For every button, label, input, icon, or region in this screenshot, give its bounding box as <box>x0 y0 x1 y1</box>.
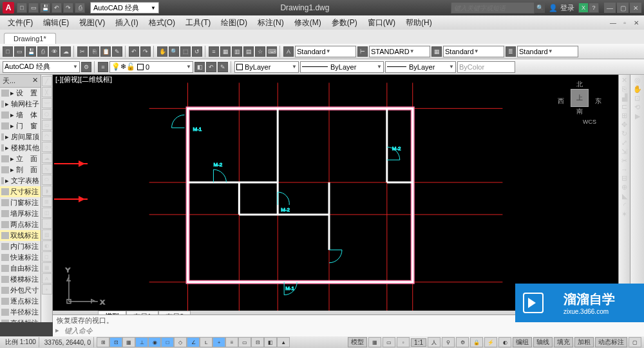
workspace-selector[interactable]: AutoCAD 经典 ▼ <box>90 2 159 14</box>
mdi-min-icon[interactable]: — <box>608 18 618 27</box>
calc-icon[interactable]: ⌨ <box>267 46 277 57</box>
qv-dwg-icon[interactable]: ▫ <box>397 337 410 347</box>
trim-icon[interactable]: ✂ <box>621 157 627 165</box>
hatch-icon[interactable]: ▨ <box>42 229 52 240</box>
polyline-icon[interactable]: 〰 <box>42 98 52 108</box>
explode-icon[interactable]: ✶ <box>621 210 627 218</box>
exchange-icon[interactable]: X <box>578 3 589 13</box>
viewcube-west[interactable]: 西 <box>558 97 564 106</box>
array-icon[interactable]: ⊞ <box>621 111 627 120</box>
circle-icon[interactable]: ○ <box>42 142 52 152</box>
undo-icon[interactable]: ↶ <box>52 3 62 13</box>
showmotion-icon[interactable]: ▶ <box>635 112 640 121</box>
search-icon[interactable]: 🔍 <box>535 3 545 13</box>
palette-item[interactable]: 双线标注 <box>0 230 41 241</box>
qp-icon[interactable]: ⊟ <box>251 337 264 347</box>
arc-icon[interactable]: ◠ <box>42 131 52 141</box>
linetype-combo[interactable]: ByLayer▼ <box>300 61 384 73</box>
redo-icon[interactable]: ↷ <box>140 46 151 57</box>
preview-icon[interactable]: 👁 <box>49 46 59 57</box>
palette-item[interactable]: 自由标注 <box>0 263 41 274</box>
menu-file[interactable]: 文件(F) <box>3 16 38 30</box>
viewcube-top[interactable]: 上 <box>571 89 589 107</box>
markup-icon[interactable]: ☆ <box>255 46 265 57</box>
lock-ui-icon[interactable]: 🔒 <box>470 337 483 347</box>
anno-scale[interactable]: 1:1 <box>411 338 426 347</box>
offset-icon[interactable]: ⊏ <box>621 102 627 111</box>
properties-icon[interactable]: ≡ <box>209 46 219 57</box>
palette-item[interactable]: ▸ 墙 体 <box>0 110 41 121</box>
menu-window[interactable]: 窗口(W) <box>363 16 401 30</box>
region-icon[interactable]: ◻ <box>42 251 52 262</box>
qv-layout-icon[interactable]: ▭ <box>383 337 395 347</box>
point-icon[interactable]: · <box>42 218 52 229</box>
zoom-prev-icon[interactable]: ↺ <box>192 46 202 57</box>
steering-icon[interactable]: ◎ <box>634 76 641 84</box>
save-icon[interactable]: 💾 <box>40 3 50 13</box>
palette-header[interactable]: 天...✕ <box>0 75 41 88</box>
new-icon[interactable]: □ <box>17 3 27 13</box>
isolate-icon[interactable]: ◐ <box>498 337 511 347</box>
mdi-restore-icon[interactable]: ▫ <box>620 18 630 27</box>
copy-obj-icon[interactable]: ⎘ <box>622 85 627 93</box>
close-button[interactable]: ✕ <box>630 3 641 13</box>
scale-label[interactable]: 比例 1:100 <box>3 337 39 347</box>
menu-modify[interactable]: 修改(M) <box>289 16 327 30</box>
cut-icon[interactable]: ✂ <box>77 46 88 57</box>
zoom-icon[interactable]: 🔍 <box>169 46 179 57</box>
grid-icon[interactable]: ▦ <box>122 337 135 347</box>
ortho-icon[interactable]: ⊥ <box>135 337 148 347</box>
layer-props-icon[interactable]: ≡ <box>98 62 108 72</box>
status-axis[interactable]: 轴线 <box>533 337 553 347</box>
lineweight-combo[interactable]: ByLayer▼ <box>385 61 456 73</box>
grid-disp-icon[interactable]: ▦ <box>368 337 381 347</box>
menu-dim[interactable]: 标注(N) <box>252 16 289 30</box>
paste-icon[interactable]: 📋 <box>100 46 111 57</box>
polygon-icon[interactable]: ⬡ <box>42 109 52 119</box>
join-icon[interactable]: ⊕ <box>621 183 627 191</box>
ellipse-arc-icon[interactable]: ◗ <box>42 186 52 196</box>
palette-item[interactable]: ▸ 门 窗 <box>0 121 41 131</box>
style-icon[interactable]: A <box>283 46 294 57</box>
palette-item[interactable]: 门窗标注 <box>0 197 41 208</box>
ws-switch-icon[interactable]: ⚙ <box>456 337 469 347</box>
menu-draw[interactable]: 绘图(D) <box>216 16 252 30</box>
status-fill[interactable]: 填充 <box>554 337 573 347</box>
help-icon[interactable]: ? <box>589 3 599 13</box>
palette-item[interactable]: ▸ 轴网柱子 <box>0 99 41 110</box>
viewcube-north[interactable]: 北 <box>560 80 599 89</box>
doc-tab[interactable]: Drawing1* <box>4 33 56 44</box>
ml-style-icon[interactable]: ≣ <box>506 46 516 57</box>
model-toggle[interactable]: 模型 <box>348 337 367 347</box>
block-icon[interactable]: ◫ <box>42 208 52 218</box>
fillet-icon[interactable]: ◜ <box>623 201 626 209</box>
menu-view[interactable]: 视图(V) <box>74 16 110 30</box>
mtext-icon[interactable]: A <box>42 273 52 284</box>
color-combo[interactable]: ByLayer▼ <box>234 61 299 73</box>
menu-insert[interactable]: 插入(I) <box>110 16 143 30</box>
text-style-combo[interactable]: Standard▼ <box>295 46 356 57</box>
match-icon[interactable]: ✎ <box>112 46 122 57</box>
open-icon[interactable]: ▭ <box>28 3 39 13</box>
coords-label[interactable]: 33765, 26440, 0 <box>42 337 94 347</box>
line-icon[interactable]: ╱ <box>42 76 52 86</box>
layer-prev-icon[interactable]: ↶ <box>206 62 216 72</box>
viewport-label[interactable]: [-][俯视][二维线框] <box>55 75 112 84</box>
dim-style-combo[interactable]: STANDARD▼ <box>369 46 430 57</box>
tpy-icon[interactable]: ▭ <box>238 337 251 347</box>
new-icon[interactable]: □ <box>3 46 13 57</box>
open-icon[interactable]: ▭ <box>14 46 24 57</box>
palette-item[interactable]: 逐点标注 <box>0 296 41 307</box>
mirror-icon[interactable]: ▟ <box>622 93 627 102</box>
table-style-combo[interactable]: Standard▼ <box>443 46 504 57</box>
palette-item[interactable]: ▸ 楼梯其他 <box>0 142 41 153</box>
maximize-button[interactable]: ▢ <box>617 3 629 13</box>
zoom-window-icon[interactable]: ⬚ <box>180 46 191 57</box>
pan-icon[interactable]: ✋ <box>157 46 167 57</box>
wcs-label[interactable]: WCS <box>583 119 596 125</box>
palette-item[interactable]: 直径标注 <box>0 318 41 322</box>
polar-icon[interactable]: ◉ <box>148 337 161 347</box>
gradient-icon[interactable]: ◐ <box>42 240 52 251</box>
mdi-close-icon[interactable]: ✕ <box>631 18 641 27</box>
scale-icon[interactable]: ⤢ <box>621 139 627 147</box>
